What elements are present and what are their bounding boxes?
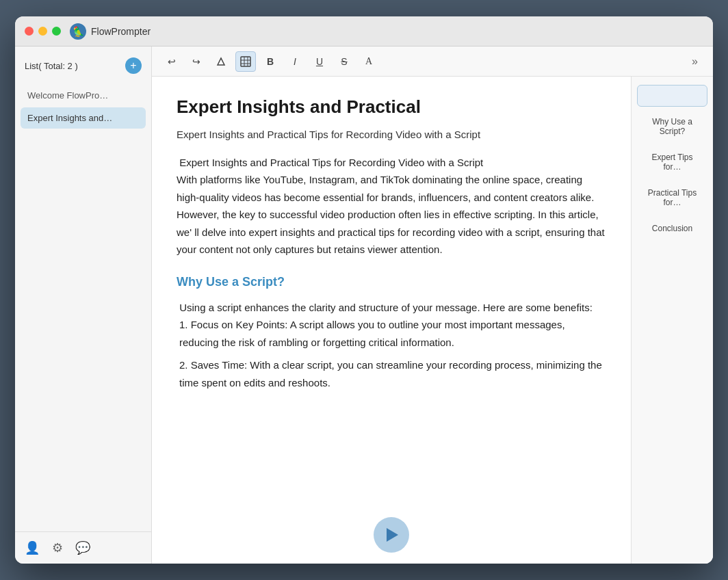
outline-item-why[interactable]: Why Use a Script? [637, 111, 707, 142]
settings-icon[interactable]: ⚙ [52, 540, 63, 555]
editor-panel[interactable]: Expert Insights and Practical Expert Ins… [152, 77, 631, 564]
outline-item-expert-tips[interactable]: Expert Tips for… [637, 146, 707, 178]
erase-button[interactable] [211, 51, 231, 72]
erase-icon [216, 56, 226, 67]
app-title: FlowPrompter [91, 26, 151, 37]
strikethrough-button[interactable]: S [334, 51, 354, 72]
app-logo-icon: 🦜 [69, 23, 87, 40]
intro-paragraph: Expert Insights and Practical Tips for R… [177, 154, 606, 259]
sidebar: List( Total: 2 ) + Welcome FlowPro… Expe… [15, 47, 152, 564]
sidebar-item-welcome[interactable]: Welcome FlowPro… [21, 85, 146, 106]
outline-item-top[interactable] [637, 85, 707, 107]
play-button-container [374, 517, 409, 553]
help-icon[interactable]: 💬 [75, 540, 90, 555]
app-window: 🦜 FlowPrompter List( Total: 2 ) + Welcom… [15, 16, 713, 564]
section1-heading: Why Use a Script? [177, 275, 606, 289]
sidebar-header: List( Total: 2 ) + [15, 47, 151, 82]
sidebar-items-list: Welcome FlowPro… Expert Insights and… [15, 82, 151, 531]
editor-outline-layout: Expert Insights and Practical Expert Ins… [152, 77, 713, 564]
app-icon-area: 🦜 FlowPrompter [69, 23, 151, 40]
svg-text:🦜: 🦜 [73, 26, 85, 38]
outline-panel: Why Use a Script? Expert Tips for… Pract… [631, 77, 713, 564]
redo-button[interactable]: ↪ [186, 51, 207, 72]
document-subtitle: Expert Insights and Practical Tips for R… [177, 129, 606, 140]
sidebar-item-expert[interactable]: Expert Insights and… [21, 107, 146, 129]
close-button[interactable] [25, 27, 34, 36]
section1-intro: Using a script enhances the clarity and … [177, 299, 606, 317]
more-options-button[interactable]: » [686, 53, 703, 70]
italic-button[interactable]: I [285, 51, 305, 72]
section1-list-item-2: 2. Saves Time: With a clear script, you … [177, 356, 606, 391]
traffic-lights [25, 27, 61, 36]
section1-body: Using a script enhances the clarity and … [177, 299, 606, 392]
underline-button[interactable]: U [309, 51, 330, 72]
svg-rect-3 [241, 57, 250, 66]
minimize-button[interactable] [38, 27, 47, 36]
font-button[interactable]: A [359, 51, 379, 72]
table-icon [240, 56, 251, 67]
title-bar: 🦜 FlowPrompter [15, 16, 713, 47]
user-icon[interactable]: 👤 [25, 540, 40, 555]
sidebar-footer: 👤 ⚙ 💬 [15, 531, 151, 564]
section1-list-item-1: 1. Focus on Key Points: A script allows … [177, 316, 606, 351]
document-title: Expert Insights and Practical [177, 96, 606, 119]
table-button[interactable] [235, 51, 256, 72]
svg-marker-2 [218, 58, 224, 65]
outline-item-practical-tips[interactable]: Practical Tips for… [637, 182, 707, 213]
outline-item-conclusion[interactable]: Conclusion [637, 218, 707, 239]
maximize-button[interactable] [52, 27, 61, 36]
toolbar: ↩ ↪ B I U [152, 47, 713, 77]
main-layout: List( Total: 2 ) + Welcome FlowPro… Expe… [15, 47, 713, 564]
bold-button[interactable]: B [260, 51, 281, 72]
sidebar-title: List( Total: 2 ) [25, 61, 78, 71]
add-document-button[interactable]: + [125, 57, 142, 74]
undo-button[interactable]: ↩ [161, 51, 182, 72]
play-button[interactable] [374, 517, 409, 553]
play-triangle-icon [387, 528, 398, 542]
content-area: ↩ ↪ B I U [152, 47, 713, 564]
